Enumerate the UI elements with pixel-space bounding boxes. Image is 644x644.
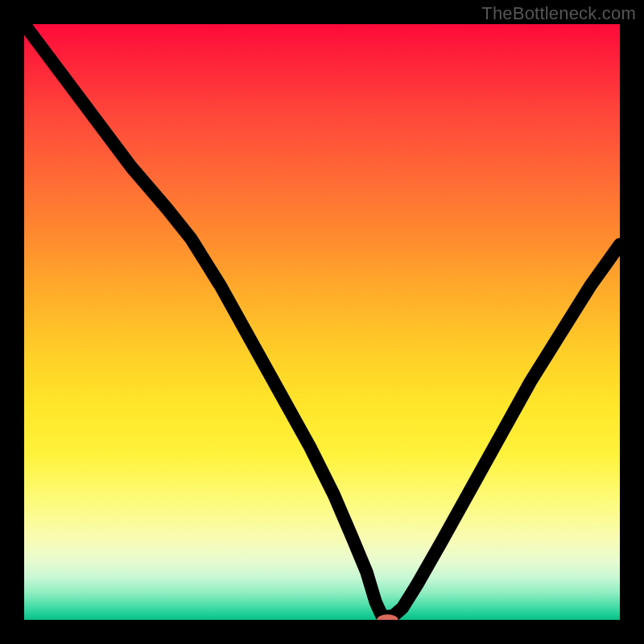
chart-frame: TheBottleneck.com: [0, 0, 644, 644]
watermark-text: TheBottleneck.com: [481, 3, 636, 24]
curve-svg: [24, 24, 620, 620]
plot-area: [24, 24, 620, 620]
bottleneck-curve: [24, 24, 620, 617]
